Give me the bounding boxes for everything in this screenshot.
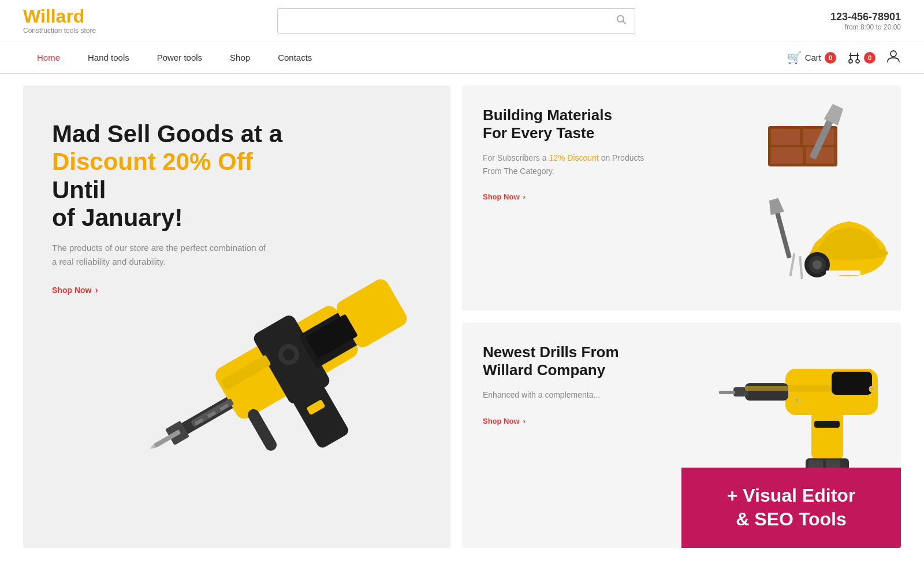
right-panels: Building Materials For Every Taste For S… xyxy=(462,86,901,548)
panel1-highlight: 12% Discount xyxy=(549,153,598,162)
panel2-desc-content: Enhanced with a complementa xyxy=(483,390,593,399)
panel2-shop-now-button[interactable]: Shop Now › xyxy=(483,417,526,425)
svg-marker-39 xyxy=(767,198,784,215)
panel2-title-prefix: Newest Drills From xyxy=(483,343,619,361)
svg-point-2 xyxy=(849,60,852,63)
svg-point-7 xyxy=(891,51,896,57)
svg-line-1 xyxy=(623,21,626,24)
svg-rect-30 xyxy=(771,129,800,145)
cart-count: 0 xyxy=(825,52,836,64)
nav-link-power-tools[interactable]: Power tools xyxy=(143,42,216,73)
logo-prefix: Wi xyxy=(23,6,46,27)
panel1-desc-prefix: For Subscribers a xyxy=(483,153,549,162)
search-area xyxy=(139,8,774,34)
svg-rect-47 xyxy=(719,391,735,394)
panel2-title: Newest Drills From Willard Company xyxy=(483,343,633,379)
svg-rect-53 xyxy=(788,385,832,392)
contact-phone: 123-456-78901 xyxy=(797,11,901,23)
svg-rect-44 xyxy=(832,372,872,395)
hero-drill-image xyxy=(133,201,450,548)
panel-newest-drills: Newest Drills From Willard Company Enhan… xyxy=(462,323,901,548)
nav-link-home[interactable]: Home xyxy=(23,42,74,73)
logo-subtitle: Construction tools store xyxy=(23,27,116,35)
header: Willard Construction tools store 123-456… xyxy=(0,0,924,42)
nav-link-contacts[interactable]: Contacts xyxy=(264,42,326,73)
panel-building-materials: Building Materials For Every Taste For S… xyxy=(462,86,901,311)
contact-hours: from 8:00 to 20:00 xyxy=(797,23,901,31)
main-content: Mad Sell Goods at a Discount 20% Off Unt… xyxy=(0,86,924,548)
badge-line1: + Visual Editor xyxy=(702,484,880,508)
user-icon xyxy=(886,49,901,64)
nav-links: Home Hand tools Power tools Shop Contact… xyxy=(23,42,787,73)
svg-rect-56 xyxy=(745,386,788,391)
building-materials-image xyxy=(733,91,895,288)
user-button[interactable] xyxy=(886,49,901,67)
svg-point-54 xyxy=(794,398,800,403)
nav-bar: Home Hand tools Power tools Shop Contact… xyxy=(0,42,924,74)
panel2-shop-arrow: › xyxy=(523,417,526,425)
svg-rect-41 xyxy=(799,256,803,279)
panel1-shop-arrow: › xyxy=(523,192,526,201)
hero-title-line1: Mad Sell Goods at a xyxy=(52,120,282,147)
panel1-title: Building Materials For Every Taste xyxy=(483,106,633,142)
search-icon xyxy=(616,14,627,25)
nav-link-hand-tools[interactable]: Hand tools xyxy=(74,42,143,73)
svg-point-55 xyxy=(869,386,875,392)
visual-editor-badge: + Visual Editor & SEO Tools xyxy=(681,468,901,548)
hero-highlight: Discount 20% Off xyxy=(52,148,253,175)
logo-text: Willard xyxy=(23,7,116,25)
panel2-title-highlight: Willard xyxy=(483,361,532,379)
svg-rect-45 xyxy=(745,383,788,401)
contact-area: 123-456-78901 from 8:00 to 20:00 xyxy=(797,11,901,31)
drill-svg xyxy=(133,201,450,548)
hero-shop-arrow: › xyxy=(95,285,98,295)
panel1-desc: For Subscribers a 12% Discount on Produc… xyxy=(483,151,656,177)
svg-rect-42 xyxy=(826,271,860,275)
compare-count: 0 xyxy=(864,52,875,64)
svg-rect-32 xyxy=(771,147,803,164)
svg-rect-24 xyxy=(245,407,278,453)
panel2-title-suffix: Company xyxy=(532,361,605,379)
search-button[interactable] xyxy=(608,9,635,33)
cart-button[interactable]: 🛒 Cart 0 xyxy=(787,51,836,65)
search-input[interactable] xyxy=(278,10,608,31)
hero-shop-now-button[interactable]: Shop Now › xyxy=(52,285,98,295)
logo[interactable]: Willard Construction tools store xyxy=(23,7,116,35)
compare-icon xyxy=(847,50,862,65)
compare-button[interactable]: 0 xyxy=(847,50,875,65)
cart-label: Cart xyxy=(805,53,821,62)
panel1-shop-now-label: Shop Now xyxy=(483,192,520,201)
panel2-shop-now-label: Shop Now xyxy=(483,417,520,425)
search-box xyxy=(277,8,635,34)
panel2-desc: Enhanced with a complementa... xyxy=(483,388,656,401)
hero-title-line2: Until xyxy=(52,176,106,203)
hero-shop-now-label: Shop Now xyxy=(52,286,91,295)
building-materials-svg xyxy=(733,91,895,288)
badge-line2: & SEO Tools xyxy=(702,507,880,532)
nav-link-shop[interactable]: Shop xyxy=(216,42,264,73)
nav-actions: 🛒 Cart 0 0 xyxy=(787,49,901,67)
svg-rect-48 xyxy=(811,409,843,461)
svg-point-37 xyxy=(813,260,822,269)
panel1-shop-now-button[interactable]: Shop Now › xyxy=(483,192,526,201)
logo-suffix: llard xyxy=(46,6,85,27)
svg-rect-49 xyxy=(814,421,840,428)
svg-point-3 xyxy=(856,60,859,63)
hero-banner: Mad Sell Goods at a Discount 20% Off Unt… xyxy=(23,86,450,548)
cart-icon: 🛒 xyxy=(787,51,802,65)
